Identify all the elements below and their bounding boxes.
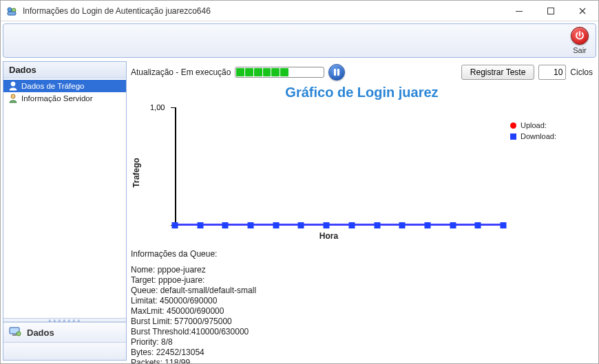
svg-point-5: [11, 82, 15, 86]
svg-rect-2: [8, 12, 16, 15]
monitor-icon: [9, 327, 23, 338]
chart-point: [273, 222, 279, 228]
svg-rect-8: [12, 334, 17, 336]
legend-upload: Upload:: [510, 121, 591, 129]
app-icon: [5, 4, 19, 18]
cycles-input[interactable]: [538, 65, 566, 80]
main-panel: Atualização - Em execução Registrar Test…: [128, 60, 598, 363]
upload-marker-icon: [510, 122, 516, 129]
titlebar: Informações do Login de Autenticação jua…: [1, 1, 598, 21]
queue-info-line: MaxLmit: 450000/690000: [131, 306, 593, 317]
chart-point: [399, 222, 406, 228]
sidebar-bottombar: [3, 342, 126, 360]
queue-info: Informações da Queue: Nome: pppoe-juarez…: [131, 245, 593, 363]
legend-upload-label: Upload:: [521, 121, 547, 129]
chart-legend: Upload: Download:: [510, 100, 593, 245]
sidebar-item-label: Dados de Tráfego: [21, 82, 84, 90]
close-button[interactable]: [567, 1, 598, 21]
status-label: Atualização - Em execução: [131, 67, 231, 77]
power-icon: [571, 27, 589, 45]
chart-point: [197, 222, 203, 228]
sidebar: Dados Dados de Tráfego Informação Servid…: [3, 61, 127, 361]
app-toolbar: Sair: [3, 23, 596, 58]
queue-info-line: Burst Threshold:410000/630000: [131, 327, 593, 337]
sidebar-item-dados-trafego[interactable]: Dados de Tráfego: [3, 80, 126, 92]
exit-button[interactable]: Sair: [571, 27, 589, 54]
sidebar-title: Dados: [3, 62, 126, 78]
close-icon: [579, 8, 586, 14]
window-title: Informações do Login de Autenticação jua…: [23, 6, 503, 16]
queue-info-line: Target: pppoe-juare:: [131, 275, 593, 286]
sidebar-item-label: Informação Servidor: [21, 94, 93, 103]
chart-point: [222, 222, 229, 228]
app-window: Informações do Login de Autenticação jua…: [0, 0, 599, 364]
svg-rect-3: [516, 11, 523, 12]
queue-info-line: Nome: pppoe-juarez: [131, 265, 593, 275]
cycles-label: Ciclos: [570, 67, 593, 77]
chart-point: [172, 222, 178, 228]
svg-point-0: [8, 8, 12, 12]
queue-info-line: Burst Limit: 577000/975000: [131, 317, 593, 327]
chart-title: Gráfico de Login juarez: [131, 85, 593, 100]
queue-info-line: Bytes: 22452/13054: [131, 347, 593, 358]
chart-point: [348, 222, 355, 228]
user-icon: [8, 81, 19, 92]
chart-axes: 1,00: [175, 107, 503, 226]
chart-point: [324, 222, 330, 228]
sidebar-footer-label: Dados: [27, 328, 54, 338]
sidebar-footer-button[interactable]: Dados: [3, 322, 126, 342]
legend-download: Download:: [510, 132, 591, 140]
minimize-icon: [516, 8, 523, 14]
chart-point: [501, 222, 507, 228]
y-axis-label: Trafego: [132, 158, 141, 187]
queue-info-line: Queue: default-small/default-small: [131, 286, 593, 296]
queue-info-line: Limitat: 450000/690000: [131, 296, 593, 306]
minimize-button[interactable]: [503, 1, 535, 21]
sidebar-items: Dados de Tráfego Informação Servidor: [3, 78, 126, 318]
chart-point: [475, 222, 481, 228]
controls-row: Atualização - Em execução Registrar Test…: [131, 63, 593, 85]
chart-point: [374, 222, 380, 228]
queue-info-line: Packets: 118/99: [131, 358, 593, 363]
y-tick-top: 1,00: [150, 103, 165, 111]
pause-button[interactable]: [328, 64, 345, 81]
svg-rect-4: [548, 8, 554, 14]
svg-point-6: [11, 94, 15, 98]
chart-point: [424, 222, 430, 228]
exit-label: Sair: [573, 46, 587, 54]
x-axis-label: Hora: [319, 231, 338, 241]
chart-point: [298, 222, 304, 228]
download-marker-icon: [510, 133, 516, 140]
maximize-icon: [547, 8, 554, 14]
user-icon: [8, 93, 19, 104]
maximize-button[interactable]: [535, 1, 567, 21]
legend-download-label: Download:: [521, 132, 556, 140]
traffic-chart: Trafego 1,00 Hora: [147, 100, 510, 245]
chart-point: [450, 222, 456, 228]
sidebar-item-informacao-servidor[interactable]: Informação Servidor: [3, 92, 126, 105]
svg-point-9: [17, 332, 21, 336]
queue-info-header: Informações da Queue:: [131, 249, 593, 259]
pause-icon: [334, 69, 339, 76]
register-test-button[interactable]: Registrar Teste: [461, 65, 534, 80]
update-progress: [235, 67, 324, 78]
queue-info-line: Priority: 8/8: [131, 337, 593, 347]
chart-point: [248, 222, 254, 228]
